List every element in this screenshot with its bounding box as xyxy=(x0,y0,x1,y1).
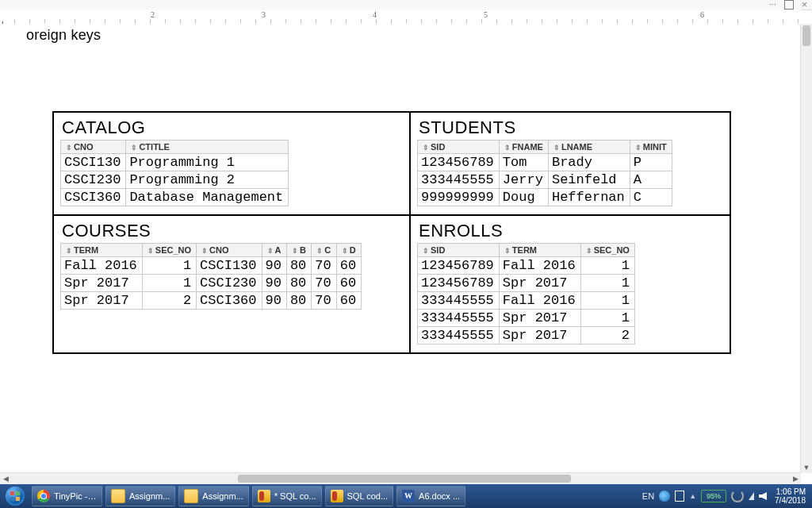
network-icon[interactable] xyxy=(749,492,754,500)
horizontal-scroll-thumb[interactable] xyxy=(238,475,571,483)
scroll-left-arrow-icon[interactable]: ◀ xyxy=(0,473,11,484)
column-header[interactable]: ⇕C xyxy=(312,244,336,257)
sort-icon[interactable]: ⇕ xyxy=(267,247,274,255)
clock-date: 7/4/2018 xyxy=(775,496,806,505)
taskbar: TinyPic - ...Assignm...Assignm...* SQL c… xyxy=(0,484,812,508)
taskbar-item[interactable]: SQL cod... xyxy=(325,486,394,506)
sort-icon[interactable]: ⇕ xyxy=(131,144,137,152)
sort-icon[interactable]: ⇕ xyxy=(504,247,511,255)
table-cell: Programming 2 xyxy=(126,171,289,189)
vertical-scroll-thumb[interactable] xyxy=(802,25,810,46)
table-cell: Database Management xyxy=(126,189,289,206)
table-row[interactable]: 333445555Fall 20161 xyxy=(418,292,635,310)
table-cell: 333445555 xyxy=(418,171,500,189)
power-icon[interactable] xyxy=(731,490,744,502)
sort-icon[interactable]: ⇕ xyxy=(316,247,323,255)
column-header[interactable]: ⇕LNAME xyxy=(548,140,630,154)
students-table: ⇕SID⇕FNAME⇕LNAME⇕MINIT123456789TomBradyP… xyxy=(417,140,672,206)
close-window-icon[interactable]: × xyxy=(802,0,807,11)
vertical-scrollbar[interactable]: ▲ ▼ xyxy=(800,24,812,473)
battery-status[interactable]: 95% xyxy=(701,490,726,502)
table-cell: 80 xyxy=(286,292,311,310)
table-cell: Programming 1 xyxy=(126,154,289,171)
taskbar-item[interactable]: WA6.docx ... xyxy=(396,486,465,506)
sort-icon[interactable]: ⇕ xyxy=(147,247,154,255)
folder-icon xyxy=(184,489,198,503)
vertical-ruler[interactable] xyxy=(0,24,15,484)
input-language[interactable]: EN xyxy=(642,491,654,501)
table-row[interactable]: CSCI130Programming 1 xyxy=(61,154,289,171)
horizontal-scrollbar[interactable]: ◀ ▶ xyxy=(0,472,801,484)
sort-icon[interactable]: ⇕ xyxy=(201,247,208,255)
taskbar-item[interactable]: TinyPic - ... xyxy=(32,486,102,506)
sort-icon[interactable]: ⇕ xyxy=(292,247,298,255)
table-cell: Fall 2016 xyxy=(499,292,580,310)
column-header[interactable]: ⇕CTITLE xyxy=(126,140,289,154)
table-row[interactable]: 123456789Spr 20171 xyxy=(418,275,635,292)
table-cell: Spr 2017 xyxy=(61,292,143,310)
column-header[interactable]: ⇕D xyxy=(336,244,361,257)
column-header[interactable]: ⇕TERM xyxy=(61,244,143,257)
folder-icon xyxy=(111,489,125,503)
table-row[interactable]: 123456789TomBradyP xyxy=(418,154,672,171)
document-viewport: oreign keys CATALOG ⇕CNO⇕CTITLECSCI130Pr… xyxy=(14,24,801,484)
taskbar-item[interactable]: Assignm... xyxy=(178,486,248,506)
ssms-icon xyxy=(258,490,270,502)
table-cell: Spr 2017 xyxy=(61,275,143,292)
table-row[interactable]: Spr 20172CSCI36090807060 xyxy=(61,292,362,310)
table-row[interactable]: 123456789Fall 20161 xyxy=(418,257,635,275)
chrome-icon xyxy=(37,490,50,502)
clock[interactable]: 1:06 PM 7/4/2018 xyxy=(772,487,809,505)
column-header[interactable]: ⇕CNO xyxy=(197,244,262,257)
sort-icon[interactable]: ⇕ xyxy=(423,247,429,255)
table-row[interactable]: 999999999DougHeffernanC xyxy=(418,189,672,206)
taskbar-items: TinyPic - ...Assignm...Assignm...* SQL c… xyxy=(30,486,467,506)
column-header[interactable]: ⇕B xyxy=(286,244,311,257)
table-cell: CSCI130 xyxy=(61,154,126,171)
sort-icon[interactable]: ⇕ xyxy=(553,144,560,152)
column-header[interactable]: ⇕MINIT xyxy=(630,140,672,154)
table-row[interactable]: 333445555Spr 20171 xyxy=(418,310,635,327)
taskbar-item[interactable]: * SQL co... xyxy=(252,486,322,506)
table-row[interactable]: 333445555JerrySeinfeldA xyxy=(418,171,672,189)
volume-icon[interactable] xyxy=(759,492,767,500)
table-row[interactable]: Spr 20171CSCI23090807060 xyxy=(61,275,362,292)
show-hidden-icons-icon[interactable]: ▲ xyxy=(689,492,696,500)
sort-icon[interactable]: ⇕ xyxy=(635,144,642,152)
system-tray: EN ▲ 95% 1:06 PM 7/4/2018 xyxy=(642,487,812,505)
column-header[interactable]: ⇕SID xyxy=(418,244,500,257)
table-cell: 60 xyxy=(336,292,361,310)
column-header[interactable]: ⇕CNO xyxy=(61,140,126,154)
table-cell: A xyxy=(630,171,672,189)
table-cell: 60 xyxy=(336,275,361,292)
table-cell: Seinfeld xyxy=(548,171,630,189)
column-header[interactable]: ⇕FNAME xyxy=(499,140,548,154)
scroll-down-arrow-icon[interactable]: ▼ xyxy=(801,462,812,473)
column-header[interactable]: ⇕TERM xyxy=(499,244,580,257)
sort-icon[interactable]: ⇕ xyxy=(66,144,72,152)
table-row[interactable]: 333445555Spr 20172 xyxy=(418,327,635,344)
taskbar-item-label: TinyPic - ... xyxy=(54,491,97,501)
horizontal-ruler[interactable]: L 23456 xyxy=(0,10,801,25)
taskbar-item-label: A6.docx ... xyxy=(419,491,460,501)
table-cell: Spr 2017 xyxy=(499,310,580,327)
sort-icon[interactable]: ⇕ xyxy=(342,247,348,255)
column-header[interactable]: ⇕A xyxy=(262,244,286,257)
column-header[interactable]: ⇕SEC_NO xyxy=(580,244,634,257)
table-cell: 123456789 xyxy=(418,154,500,171)
column-header[interactable]: ⇕SID xyxy=(418,140,500,154)
ease-of-access-icon[interactable] xyxy=(659,491,670,502)
start-button[interactable] xyxy=(0,484,30,508)
table-row[interactable]: CSCI230Programming 2 xyxy=(61,171,289,189)
table-row[interactable]: CSCI360Database Management xyxy=(61,189,289,206)
taskbar-item[interactable]: Assignm... xyxy=(105,486,175,506)
table-cell: P xyxy=(630,154,672,171)
sort-icon[interactable]: ⇕ xyxy=(66,247,72,255)
page-orientation-icon[interactable] xyxy=(675,491,684,502)
scroll-right-arrow-icon[interactable]: ▶ xyxy=(790,473,801,484)
sort-icon[interactable]: ⇕ xyxy=(423,144,429,152)
table-row[interactable]: Fall 20161CSCI13090807060 xyxy=(61,257,362,275)
sort-icon[interactable]: ⇕ xyxy=(586,247,592,255)
sort-icon[interactable]: ⇕ xyxy=(504,144,511,152)
column-header[interactable]: ⇕SEC_NO xyxy=(142,244,196,257)
